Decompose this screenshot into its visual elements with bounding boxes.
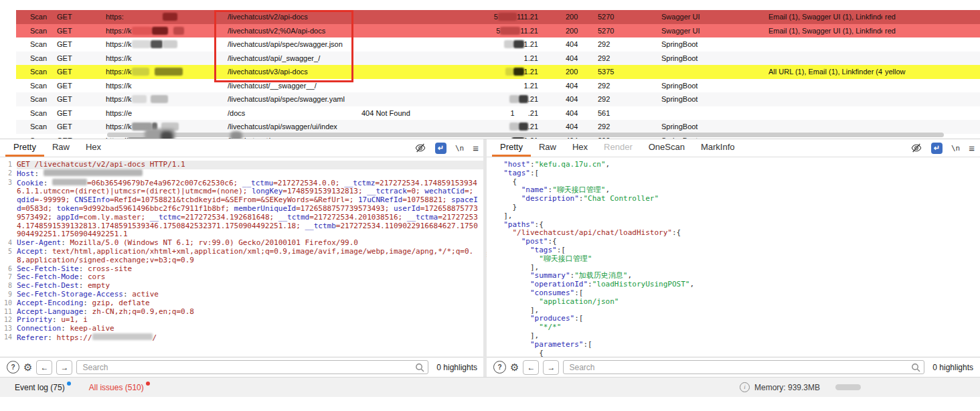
soft-wrap-icon[interactable]: ↵ [435, 143, 446, 154]
tab-pretty[interactable]: Pretty [5, 139, 44, 157]
cell-path: /livechatcust/__swagger__/ [228, 79, 359, 93]
cell-note [361, 24, 455, 38]
cell-text: https://k [106, 95, 132, 103]
redaction-blob [509, 95, 519, 103]
code-line: 1GET /livechatcust/v2/api-docs HTTP/1.1 [0, 161, 484, 169]
table-row[interactable]: ScanGEThttps:/livechatcust/v2/api-docs51… [16, 10, 980, 25]
editor-menu-icon[interactable]: ≡ [969, 143, 975, 154]
redaction-blob [151, 40, 163, 48]
cell-findings: All URL (1), Email (1), Linkfinder (4) [768, 65, 882, 79]
table-row[interactable]: ScanGEThttps://k/livechatcust/v2;%0A/api… [16, 24, 980, 39]
line-number: 10 [0, 299, 17, 308]
cell-length: 292 [598, 92, 633, 106]
code-text: Referer: https:/// [17, 333, 484, 343]
cell-scan: Scan [30, 79, 56, 93]
code-line: "tags":[ [487, 169, 980, 178]
table-row[interactable]: ScanGEThttps://k/livechatcust/api/_swagg… [16, 52, 980, 66]
cell-note [361, 79, 455, 93]
search-input[interactable] [563, 360, 924, 374]
next-match-button[interactable]: → [56, 360, 72, 375]
gear-icon[interactable]: ⚙ [510, 361, 519, 373]
visibility-off-icon[interactable] [415, 143, 426, 154]
tab-hex[interactable]: Hex [564, 139, 596, 157]
cell-length: 292 [598, 120, 633, 134]
code-line: ], [487, 212, 980, 221]
cell-color-label: red [885, 24, 925, 38]
code-gutter [487, 272, 495, 280]
all-issues-button[interactable]: All issues (510) [89, 383, 144, 392]
redaction-blob [92, 333, 153, 340]
scan-results-table: ScanGEThttps:/livechatcust/v2/api-docs51… [0, 10, 980, 139]
cell-method: GET [57, 79, 87, 93]
code-text: "/livechatcust/api/chat/loadHistory":{ [495, 229, 980, 238]
gear-icon[interactable]: ⚙ [23, 361, 32, 373]
line-number: 7 [0, 273, 17, 282]
visibility-off-icon[interactable] [911, 143, 922, 154]
cell-note [361, 52, 455, 66]
cell-status: 404 [566, 79, 594, 93]
cell-text: https://e [106, 109, 132, 117]
cell-ip: .21 [459, 120, 538, 134]
response-searchbar: ? ⚙ ← → 0 highlights [487, 357, 980, 377]
tab-onescan[interactable]: OneScan [641, 139, 693, 157]
code-gutter [487, 221, 495, 230]
newline-chars-icon[interactable]: \n [455, 144, 464, 153]
next-match-button[interactable]: → [543, 360, 559, 375]
cell-ip: 1.21 [459, 52, 538, 66]
cell-findings: Email (1), Swagger UI (1), Linkfinder (4… [768, 24, 882, 38]
cell-method: GET [57, 37, 87, 52]
cell-host: https://k [106, 37, 225, 52]
editor-menu-icon[interactable]: ≡ [473, 143, 479, 154]
cell-path: /livechatcust/api/spec/swagger.json [228, 37, 359, 52]
cell-findings [768, 120, 882, 134]
response-tabs: PrettyRawHexRenderOneScanMarkInfo [492, 139, 743, 157]
cell-length: 5270 [598, 10, 633, 24]
soft-wrap-icon[interactable]: ↵ [931, 143, 943, 154]
cell-method: GET [57, 24, 87, 38]
cell-color-label [885, 37, 925, 52]
code-gutter [487, 186, 495, 195]
code-gutter [487, 229, 495, 238]
cell-title: SpringBoot [661, 92, 763, 106]
cell-findings [768, 106, 882, 120]
cell-text: .21 [528, 95, 538, 103]
burp-window: ScanGEThttps:/livechatcust/v2/api-docs51… [0, 0, 980, 411]
code-line: "description":"Chat Controller" [487, 195, 980, 203]
cell-host: https: [106, 10, 225, 24]
cell-note: 404 Not Found [361, 106, 455, 120]
code-gutter [487, 255, 495, 264]
table-row[interactable]: ScanGEThttps://k/livechatcust/v3/api-doc… [16, 65, 980, 80]
prev-match-button[interactable]: ← [36, 360, 52, 375]
tab-render[interactable]: Render [596, 139, 641, 157]
table-row[interactable]: ScanGEThttps://k/livechatcust/api/spec/s… [16, 92, 980, 107]
cell-method: GET [57, 10, 87, 24]
code-text: Cookie: =06b36549679b7e4a9672c007c62530c… [17, 179, 484, 240]
splitter-handle-icon: ⋮ [484, 253, 486, 264]
tab-markinfo[interactable]: MarkInfo [693, 139, 743, 157]
cell-method: GET [57, 120, 87, 134]
cell-findings [768, 92, 882, 106]
redaction-blob [519, 122, 528, 131]
tab-raw[interactable]: Raw [531, 139, 564, 157]
prev-match-button[interactable]: ← [523, 360, 539, 375]
cell-method: GET [57, 134, 87, 139]
tab-hex[interactable]: Hex [78, 139, 109, 157]
cell-text: 1.21 [524, 54, 538, 62]
help-icon[interactable]: ? [7, 361, 19, 374]
tab-raw[interactable]: Raw [44, 139, 78, 157]
code-text: "description":"Chat Controller" [495, 195, 980, 203]
table-row[interactable]: ScanGEThttps://k/livechatcust/__swagger_… [16, 79, 980, 94]
help-icon[interactable]: ? [493, 361, 506, 374]
table-row[interactable]: ScanGEThttps://k/livechatcust/api/spec/s… [16, 37, 980, 52]
event-log-button[interactable]: Event log (75) [15, 383, 65, 392]
newline-chars-icon[interactable]: \n [951, 144, 960, 153]
cell-color-label [885, 106, 925, 120]
code-text: "parameters":[ [495, 341, 980, 349]
table-row[interactable]: ScanGEThttps://e/docs404 Not Found1.2140… [16, 106, 980, 121]
search-input[interactable] [76, 360, 428, 374]
cell-path: /livechatcust/api/swagger/ui/index [228, 120, 359, 134]
redaction-blob [132, 27, 152, 35]
code-line: 5Accept: text/html,application/xhtml+xml… [0, 248, 484, 265]
code-gutter [487, 280, 495, 289]
tab-pretty[interactable]: Pretty [492, 139, 531, 157]
